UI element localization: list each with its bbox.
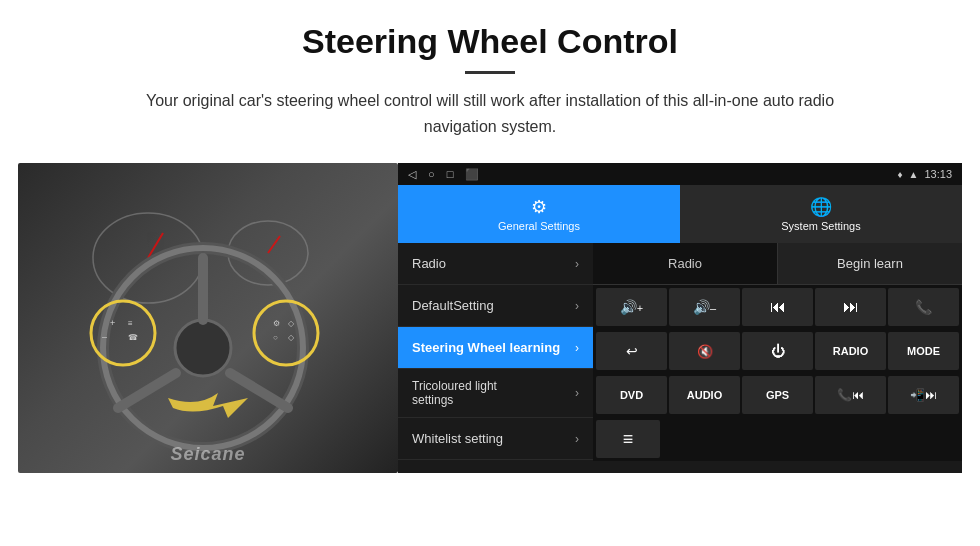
title-divider (465, 71, 515, 74)
svg-line-8 (118, 373, 176, 408)
vol-down-button[interactable]: 🔊– (669, 288, 740, 326)
general-settings-label: General Settings (498, 220, 580, 232)
prev-track-button[interactable]: ⏮ (742, 288, 813, 326)
svg-text:☎: ☎ (128, 333, 138, 342)
menu-item-steering-wheel[interactable]: Steering Wheel learning › (398, 327, 593, 369)
svg-line-3 (268, 236, 280, 253)
location-icon: ♦ (897, 169, 902, 180)
home-nav-icon[interactable]: ○ (428, 168, 435, 180)
menu-item-radio[interactable]: Radio › (398, 243, 593, 285)
settings-tabs: ⚙ General Settings 🌐 System Settings (398, 185, 962, 243)
menu-default-label: DefaultSetting (412, 298, 494, 313)
next-track-icon: ⏭ (843, 298, 859, 316)
menu-whitelist-label: Whitelist setting (412, 431, 503, 446)
watermark-text: Seicane (170, 444, 245, 465)
back-nav-icon[interactable]: ◁ (408, 168, 416, 181)
system-settings-label: System Settings (781, 220, 860, 232)
mode-label: MODE (907, 345, 940, 357)
menu-default-arrow: › (575, 299, 579, 313)
svg-text:○: ○ (273, 333, 278, 342)
power-button[interactable]: ⏻ (742, 332, 813, 370)
vol-down-icon: 🔊– (693, 299, 716, 315)
menu-icon: ≡ (623, 429, 634, 450)
svg-text:–: – (102, 332, 107, 342)
right-controls: Radio Begin learn 🔊+ 🔊– (593, 243, 962, 473)
menu-tricoloured-label: Tricoloured lightsettings (412, 379, 497, 407)
svg-text:⚙: ⚙ (273, 319, 280, 328)
svg-point-11 (254, 301, 318, 365)
menu-whitelist-arrow: › (575, 432, 579, 446)
vol-up-icon: 🔊+ (620, 299, 643, 315)
android-panel: ◁ ○ □ ⬛ ♦ ▲ 13:13 ⚙ General Settings (398, 163, 962, 473)
controls-row-3: DVD AUDIO GPS 📞⏮ 📲⏭ (593, 373, 962, 417)
svg-text:≡: ≡ (128, 319, 133, 328)
status-bar-info: ♦ ▲ 13:13 (897, 168, 952, 180)
dvd-button[interactable]: DVD (596, 376, 667, 414)
tel-next-icon: 📲⏭ (910, 388, 937, 402)
status-bar-nav: ◁ ○ □ ⬛ (408, 168, 479, 181)
begin-learn-label: Begin learn (837, 256, 903, 271)
tel-prev-button[interactable]: 📞⏮ (815, 376, 886, 414)
tel-next-button[interactable]: 📲⏭ (888, 376, 959, 414)
content-section: + – ≡ ☎ ⚙ ◇ ○ ◇ Seicane (18, 163, 962, 483)
menu-steering-label: Steering Wheel learning (412, 340, 560, 355)
mute-button[interactable]: 🔇 (669, 332, 740, 370)
page-title: Steering Wheel Control (60, 22, 920, 61)
status-bar: ◁ ○ □ ⬛ ♦ ▲ 13:13 (398, 163, 962, 185)
screenshot-nav-icon[interactable]: ⬛ (465, 168, 479, 181)
page-wrapper: Steering Wheel Control Your original car… (0, 0, 980, 483)
svg-text:◇: ◇ (288, 319, 295, 328)
gps-label: GPS (766, 389, 789, 401)
call-button[interactable]: 📞 (888, 288, 959, 326)
general-settings-icon: ⚙ (531, 196, 547, 218)
system-settings-icon: 🌐 (810, 196, 832, 218)
radio-text: Radio (668, 256, 702, 271)
svg-text:◇: ◇ (288, 333, 295, 342)
svg-text:+: + (110, 318, 115, 328)
vol-up-button[interactable]: 🔊+ (596, 288, 667, 326)
menu-radio-label: Radio (412, 256, 446, 271)
controls-row-4: ≡ (593, 417, 962, 461)
audio-label: AUDIO (687, 389, 722, 401)
controls-row-2: ↩ 🔇 ⏻ RADIO MODE (593, 329, 962, 373)
tab-general-settings[interactable]: ⚙ General Settings (398, 185, 680, 243)
prev-track-icon: ⏮ (770, 298, 786, 316)
controls-row-1: 🔊+ 🔊– ⏮ ⏭ 📞 (593, 285, 962, 329)
mode-button[interactable]: MODE (888, 332, 959, 370)
tab-system-settings[interactable]: 🌐 System Settings (680, 185, 962, 243)
dvd-label: DVD (620, 389, 643, 401)
top-controls-row: Radio Begin learn (593, 243, 962, 285)
menu-radio-arrow: › (575, 257, 579, 271)
left-menu: Radio › DefaultSetting › Steering Wheel … (398, 243, 593, 473)
menu-steering-arrow: › (575, 341, 579, 355)
power-icon: ⏻ (771, 343, 785, 359)
subtitle-text: Your original car's steering wheel contr… (140, 88, 840, 139)
back-button[interactable]: ↩ (596, 332, 667, 370)
call-icon: 📞 (915, 299, 932, 315)
header-section: Steering Wheel Control Your original car… (0, 0, 980, 153)
tel-prev-icon: 📞⏮ (837, 388, 864, 402)
panel-content: Radio › DefaultSetting › Steering Wheel … (398, 243, 962, 473)
recents-nav-icon[interactable]: □ (447, 168, 454, 180)
radio-mode-label: RADIO (833, 345, 868, 357)
menu-icon-button[interactable]: ≡ (596, 420, 660, 458)
menu-item-default-setting[interactable]: DefaultSetting › (398, 285, 593, 327)
audio-button[interactable]: AUDIO (669, 376, 740, 414)
steering-wheel-svg: + – ≡ ☎ ⚙ ◇ ○ ◇ (28, 178, 388, 458)
begin-learn-button[interactable]: Begin learn (778, 243, 962, 285)
mute-icon: 🔇 (697, 344, 713, 359)
car-image: + – ≡ ☎ ⚙ ◇ ○ ◇ Seicane (18, 163, 398, 473)
menu-tricoloured-arrow: › (575, 386, 579, 400)
time-display: 13:13 (924, 168, 952, 180)
next-track-button[interactable]: ⏭ (815, 288, 886, 326)
gps-button[interactable]: GPS (742, 376, 813, 414)
menu-item-whitelist[interactable]: Whitelist setting › (398, 418, 593, 460)
signal-icon: ▲ (909, 169, 919, 180)
svg-point-6 (175, 320, 231, 376)
menu-item-tricoloured[interactable]: Tricoloured lightsettings › (398, 369, 593, 418)
back-icon: ↩ (626, 343, 638, 359)
radio-indicator: Radio (593, 243, 778, 285)
radio-mode-button[interactable]: RADIO (815, 332, 886, 370)
